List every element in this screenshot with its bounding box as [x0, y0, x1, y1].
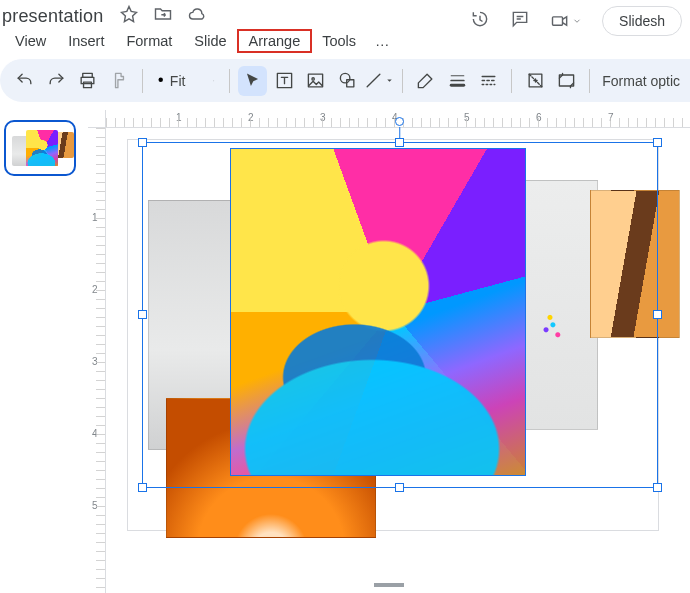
vertical-ruler: 1 2 3 4 5 [88, 128, 106, 593]
ruler-v-tick: 4 [92, 428, 98, 439]
textbox-tool[interactable] [269, 66, 298, 96]
ruler-v-tick: 3 [92, 356, 98, 367]
resize-handle-mr[interactable] [653, 310, 662, 319]
resize-handle-ml[interactable] [138, 310, 147, 319]
ruler-v-tick: 1 [92, 212, 98, 223]
chevron-down-icon [385, 76, 394, 85]
chevron-down-icon [575, 20, 580, 23]
menu-insert[interactable]: Insert [57, 30, 115, 52]
ruler-h-tick: 6 [536, 112, 542, 123]
svg-rect-0 [553, 17, 563, 25]
thumbnail-panel [0, 110, 88, 593]
workspace: 1 2 3 4 5 6 7 1 2 3 4 5 [0, 110, 690, 593]
separator [589, 69, 590, 93]
doc-title[interactable]: presentation [0, 6, 103, 27]
ruler-h-tick: 1 [176, 112, 182, 123]
separator [142, 69, 143, 93]
title-icon-group [119, 4, 207, 28]
menu-format[interactable]: Format [115, 30, 183, 52]
resize-handle-br[interactable] [653, 483, 662, 492]
cloud-saved-icon[interactable] [187, 4, 207, 28]
ruler-origin [88, 110, 106, 128]
ruler-v-tick: 5 [92, 500, 98, 511]
undo-button[interactable] [10, 66, 39, 96]
history-icon[interactable] [470, 9, 490, 33]
border-weight-button[interactable] [442, 66, 471, 96]
border-color-button[interactable] [411, 66, 440, 96]
svg-rect-9 [346, 80, 353, 87]
svg-point-4 [158, 78, 162, 82]
menu-slide[interactable]: Slide [183, 30, 237, 52]
selection-bounding-box[interactable] [142, 142, 658, 488]
zoom-icon [157, 76, 166, 85]
image-tool[interactable] [301, 66, 330, 96]
svg-rect-6 [308, 74, 322, 87]
menu-tools[interactable]: Tools [311, 30, 367, 52]
top-right-group: Slidesh [470, 6, 682, 36]
zoom-control[interactable]: Fit [151, 73, 221, 89]
resize-handle-bl[interactable] [138, 483, 147, 492]
separator [229, 69, 230, 93]
ruler-h-tick: 3 [320, 112, 326, 123]
slide-canvas[interactable] [128, 140, 658, 530]
border-dash-button[interactable] [474, 66, 503, 96]
camera-dropdown-icon[interactable] [550, 11, 582, 31]
speaker-notes-drag-handle[interactable] [374, 583, 404, 587]
svg-rect-3 [84, 82, 92, 88]
paint-format-button[interactable] [104, 66, 133, 96]
menu-arrange[interactable]: Arrange [238, 30, 312, 52]
comment-icon[interactable] [510, 9, 530, 33]
toolbar: Fit Format optic [0, 58, 690, 102]
move-folder-icon[interactable] [153, 4, 173, 28]
ruler-h-tick: 5 [464, 112, 470, 123]
redo-button[interactable] [41, 66, 70, 96]
separator [402, 69, 403, 93]
star-icon[interactable] [119, 4, 139, 28]
ruler-h-tick: 7 [608, 112, 614, 123]
rotate-handle[interactable] [395, 117, 404, 126]
resize-handle-tl[interactable] [138, 138, 147, 147]
canvas-area[interactable]: 1 2 3 4 5 6 7 1 2 3 4 5 [88, 110, 690, 593]
line-tool[interactable] [364, 66, 394, 96]
separator [511, 69, 512, 93]
chevron-down-icon [213, 76, 215, 86]
replace-image-button[interactable] [552, 66, 581, 96]
resize-handle-tr[interactable] [653, 138, 662, 147]
resize-handle-bm[interactable] [395, 483, 404, 492]
slideshow-button[interactable]: Slidesh [602, 6, 682, 36]
menu-view[interactable]: View [4, 30, 57, 52]
resize-handle-tm[interactable] [395, 138, 404, 147]
crop-button[interactable] [520, 66, 549, 96]
ruler-v-tick: 2 [92, 284, 98, 295]
shape-tool[interactable] [332, 66, 361, 96]
svg-point-8 [340, 73, 350, 83]
select-tool[interactable] [238, 66, 267, 96]
ruler-h-tick: 2 [248, 112, 254, 123]
print-button[interactable] [73, 66, 102, 96]
menu-more[interactable]: … [367, 30, 398, 52]
format-options-button[interactable]: Format optic [598, 73, 680, 89]
title-bar: presentation Slidesh [0, 0, 690, 28]
svg-point-7 [312, 78, 314, 80]
slide-thumbnail[interactable] [4, 120, 76, 176]
zoom-label: Fit [170, 73, 186, 89]
